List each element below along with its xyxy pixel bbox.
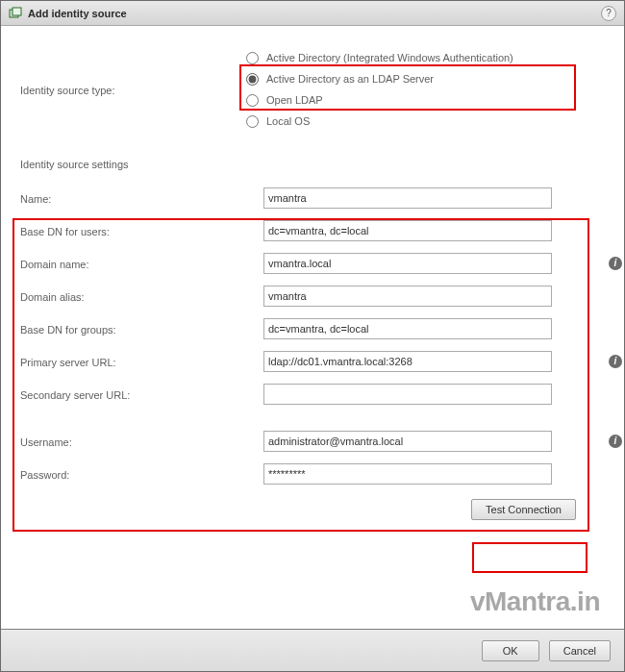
dialog-window: Add identity source ? Identity source ty… xyxy=(0,0,625,672)
row-basedn-groups: Base DN for groups: xyxy=(20,318,605,339)
row-primary-url: Primary server URL: i xyxy=(20,351,605,372)
radio-local-os-input[interactable] xyxy=(246,115,259,128)
radio-ad-windows-input[interactable] xyxy=(246,52,259,64)
input-basedn-groups[interactable] xyxy=(263,318,552,339)
row-domain-alias: Domain alias: xyxy=(20,286,605,307)
settings-heading: Identity source settings xyxy=(20,159,605,170)
input-secondary-url[interactable] xyxy=(263,384,552,405)
label-secondary-url: Secondary server URL: xyxy=(20,387,263,401)
dialog-content: Identity source type: Active Directory (… xyxy=(1,26,624,629)
input-primary-url[interactable] xyxy=(263,351,552,372)
label-password: Password: xyxy=(20,467,263,481)
row-basedn-users: Base DN for users: xyxy=(20,220,605,241)
label-domain-name: Domain name: xyxy=(20,257,263,270)
row-secondary-url: Secondary server URL: xyxy=(20,384,605,405)
cancel-button[interactable]: Cancel xyxy=(549,640,611,661)
app-icon xyxy=(9,7,22,20)
input-basedn-users[interactable] xyxy=(263,220,552,241)
info-icon[interactable]: i xyxy=(609,355,622,368)
fields-container: Name: Base DN for users: Domain name: i xyxy=(20,187,605,485)
input-password[interactable] xyxy=(263,463,552,485)
row-name: Name: xyxy=(20,187,605,209)
label-primary-url: Primary server URL: xyxy=(20,355,263,368)
radio-ad-windows-label: Active Directory (Integrated Windows Aut… xyxy=(266,52,513,63)
highlight-test-button xyxy=(472,542,588,573)
radio-local-os[interactable]: Local OS xyxy=(246,111,605,132)
radio-ad-windows[interactable]: Active Directory (Integrated Windows Aut… xyxy=(246,47,605,68)
radio-ad-ldap-label: Active Directory as an LDAP Server xyxy=(266,73,434,85)
test-connection-button[interactable]: Test Connection xyxy=(471,499,576,520)
radio-open-ldap[interactable]: Open LDAP xyxy=(246,89,605,111)
watermark-text: vMantra.in xyxy=(470,586,600,617)
row-password: Password: xyxy=(20,463,605,485)
label-basedn-users: Base DN for users: xyxy=(20,224,263,237)
input-username[interactable] xyxy=(263,431,552,452)
radio-open-ldap-label: Open LDAP xyxy=(266,94,323,106)
label-username: Username: xyxy=(20,435,263,448)
ok-button[interactable]: OK xyxy=(482,640,539,661)
input-name[interactable] xyxy=(263,187,552,209)
radio-ad-ldap[interactable]: Active Directory as an LDAP Server xyxy=(246,68,605,89)
source-type-row: Identity source type: Active Directory (… xyxy=(20,47,605,132)
test-row: Test Connection xyxy=(20,499,605,520)
input-domain-alias[interactable] xyxy=(263,286,552,307)
radio-ad-ldap-input[interactable] xyxy=(246,73,259,86)
info-icon[interactable]: i xyxy=(609,435,622,448)
help-icon[interactable]: ? xyxy=(601,6,616,21)
svg-rect-1 xyxy=(12,8,21,15)
radio-local-os-label: Local OS xyxy=(266,115,310,127)
dialog-footer: OK Cancel xyxy=(1,629,624,671)
row-domain-name: Domain name: i xyxy=(20,253,605,274)
label-name: Name: xyxy=(20,191,263,205)
row-username: Username: i xyxy=(20,431,605,452)
input-domain-name[interactable] xyxy=(263,253,552,274)
info-icon[interactable]: i xyxy=(609,257,622,270)
label-domain-alias: Domain alias: xyxy=(20,289,263,303)
title-bar: Add identity source ? xyxy=(1,1,624,26)
dialog-title: Add identity source xyxy=(28,8,127,19)
label-basedn-groups: Base DN for groups: xyxy=(20,322,263,336)
source-type-label: Identity source type: xyxy=(20,83,246,96)
radio-open-ldap-input[interactable] xyxy=(246,94,259,107)
